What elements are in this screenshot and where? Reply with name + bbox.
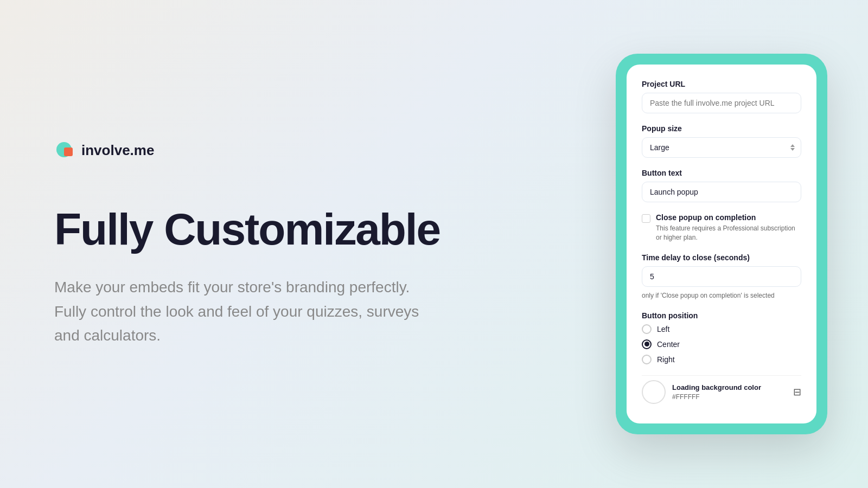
main-heading: Fully Customizable	[54, 205, 553, 254]
radio-left-label: Left	[657, 325, 669, 333]
radio-right-label: Right	[657, 355, 675, 364]
color-info: Loading background color #FFFFFF	[672, 383, 787, 401]
radio-right-indicator	[642, 355, 652, 364]
color-title: Loading background color	[672, 383, 787, 391]
time-delay-hint: only if 'Close popup on completion' is s…	[642, 291, 801, 300]
sub-text: Make your embeds fit your store's brandi…	[54, 275, 434, 348]
radio-right[interactable]: Right	[642, 355, 801, 364]
radio-center[interactable]: Center	[642, 339, 801, 349]
popup-size-wrapper: Small Medium Large Full Screen	[642, 137, 801, 158]
time-delay-group: Time delay to close (seconds) only if 'C…	[642, 253, 801, 300]
radio-center-indicator	[642, 339, 652, 349]
color-value: #FFFFFF	[672, 393, 787, 401]
color-row[interactable]: Loading background color #FFFFFF ⊟	[642, 375, 801, 408]
time-delay-input[interactable]	[642, 266, 801, 287]
popup-size-label: Popup size	[642, 124, 801, 133]
button-text-label: Button text	[642, 169, 801, 177]
popup-size-group: Popup size Small Medium Large Full Scree…	[642, 124, 801, 158]
close-popup-checkbox[interactable]	[642, 214, 650, 223]
database-icon: ⊟	[793, 386, 801, 398]
right-panel: Project URL Popup size Small Medium Larg…	[608, 54, 835, 434]
close-popup-label: Close popup on completion	[656, 213, 801, 222]
project-url-input[interactable]	[642, 93, 801, 113]
logo-area: involve.me	[54, 140, 553, 162]
close-popup-content: Close popup on completion This feature r…	[656, 213, 801, 242]
close-popup-row: Close popup on completion This feature r…	[642, 213, 801, 242]
close-popup-hint: This feature requires a Professional sub…	[656, 224, 801, 242]
logo-text: involve.me	[81, 142, 154, 159]
project-url-label: Project URL	[642, 80, 801, 88]
button-position-group: Button position Left Center	[642, 311, 801, 364]
button-text-group: Button text	[642, 169, 801, 202]
left-content: involve.me Fully Customizable Make your …	[0, 97, 608, 392]
svg-rect-1	[64, 147, 73, 156]
radio-left[interactable]: Left	[642, 324, 801, 334]
project-url-group: Project URL	[642, 80, 801, 113]
radio-group: Left Center Right	[642, 324, 801, 364]
color-swatch	[642, 380, 666, 404]
button-text-input[interactable]	[642, 182, 801, 202]
time-delay-label: Time delay to close (seconds)	[642, 253, 801, 262]
logo-icon	[54, 140, 76, 162]
settings-card: Project URL Popup size Small Medium Larg…	[627, 65, 816, 423]
radio-center-dot	[644, 342, 649, 346]
radio-left-indicator	[642, 324, 652, 334]
radio-center-label: Center	[657, 340, 680, 349]
phone-mockup: Project URL Popup size Small Medium Larg…	[616, 54, 827, 434]
popup-size-select[interactable]: Small Medium Large Full Screen	[642, 137, 801, 158]
button-position-label: Button position	[642, 311, 801, 320]
